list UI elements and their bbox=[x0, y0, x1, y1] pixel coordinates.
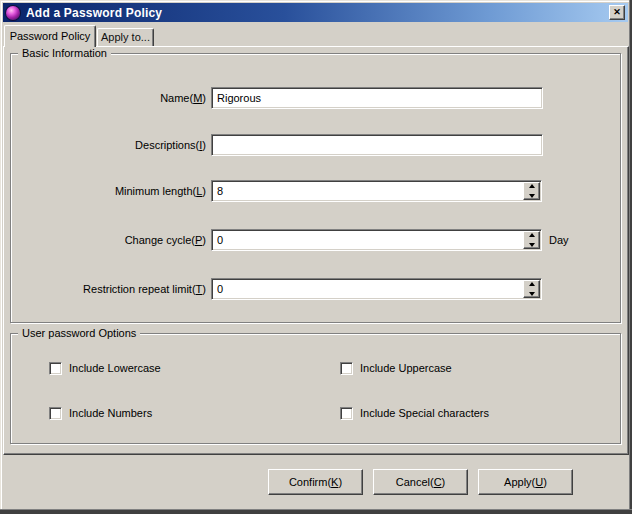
checkbox-box bbox=[49, 362, 62, 375]
restriction-repeat-limit-spin-buttons bbox=[523, 280, 540, 298]
cancel-button[interactable]: Cancel(C) bbox=[373, 469, 468, 495]
window-title: Add a Password Policy bbox=[26, 6, 162, 20]
checkbox-include-special-characters[interactable]: Include Special characters bbox=[340, 406, 489, 420]
checkbox-include-uppercase[interactable]: Include Uppercase bbox=[340, 361, 452, 375]
tab-apply-to[interactable]: Apply to... bbox=[97, 28, 154, 46]
descriptions-input[interactable] bbox=[211, 134, 543, 156]
tab-page-password-policy: Basic Information Name(M) Descriptions(I… bbox=[3, 46, 629, 455]
spin-up-button[interactable] bbox=[524, 183, 539, 190]
close-button[interactable]: ✕ bbox=[609, 5, 625, 20]
checkbox-box bbox=[340, 362, 353, 375]
descriptions-label: Descriptions(I) bbox=[4, 134, 206, 156]
restriction-repeat-limit-input[interactable] bbox=[213, 280, 521, 298]
checkbox-include-lowercase[interactable]: Include Lowercase bbox=[49, 361, 161, 375]
checkbox-label: Include Uppercase bbox=[360, 362, 452, 374]
spin-up-icon bbox=[529, 282, 535, 286]
change-cycle-spin-buttons bbox=[523, 231, 540, 249]
titlebar[interactable]: Add a Password Policy ✕ bbox=[3, 3, 628, 22]
restriction-repeat-limit-label: Restriction repeat limit(T) bbox=[4, 278, 206, 300]
confirm-button[interactable]: Confirm(K) bbox=[268, 469, 363, 495]
name-input[interactable] bbox=[211, 87, 543, 109]
change-cycle-input[interactable] bbox=[213, 231, 521, 249]
spin-down-icon bbox=[529, 292, 535, 296]
group-user-password-options-title: User password Options bbox=[18, 327, 140, 339]
spin-down-button[interactable] bbox=[524, 242, 539, 249]
spin-down-button[interactable] bbox=[524, 193, 539, 200]
app-icon bbox=[6, 6, 20, 20]
minimum-length-input[interactable] bbox=[213, 182, 521, 200]
tab-password-policy[interactable]: Password Policy bbox=[4, 25, 96, 47]
checkbox-box bbox=[49, 407, 62, 420]
minimum-length-label: Minimum length(L) bbox=[4, 180, 206, 202]
name-label: Name(M) bbox=[4, 87, 206, 109]
spin-down-icon bbox=[529, 194, 535, 198]
checkbox-label: Include Special characters bbox=[360, 407, 489, 419]
group-basic-information-title: Basic Information bbox=[18, 47, 111, 59]
checkbox-box bbox=[340, 407, 353, 420]
dialog-add-password-policy: Add a Password Policy ✕ Password Policy … bbox=[0, 0, 632, 514]
apply-button[interactable]: Apply(U) bbox=[478, 469, 573, 495]
checkbox-label: Include Numbers bbox=[69, 407, 152, 419]
group-user-password-options: User password Options bbox=[10, 333, 621, 444]
checkbox-include-numbers[interactable]: Include Numbers bbox=[49, 406, 152, 420]
change-cycle-spinedit bbox=[211, 229, 542, 251]
spin-up-icon bbox=[529, 233, 535, 237]
checkbox-label: Include Lowercase bbox=[69, 362, 161, 374]
spin-down-button[interactable] bbox=[524, 291, 539, 298]
minimum-length-spin-buttons bbox=[523, 182, 540, 200]
restriction-repeat-limit-spinedit bbox=[211, 278, 542, 300]
spin-up-button[interactable] bbox=[524, 232, 539, 239]
spin-up-button[interactable] bbox=[524, 281, 539, 288]
window-border-bottom bbox=[0, 509, 632, 514]
close-icon: ✕ bbox=[613, 8, 621, 17]
change-cycle-label: Change cycle(P) bbox=[4, 229, 206, 251]
spin-up-icon bbox=[529, 184, 535, 188]
spin-down-icon bbox=[529, 243, 535, 247]
minimum-length-spinedit bbox=[211, 180, 542, 202]
change-cycle-unit-label: Day bbox=[549, 229, 569, 251]
